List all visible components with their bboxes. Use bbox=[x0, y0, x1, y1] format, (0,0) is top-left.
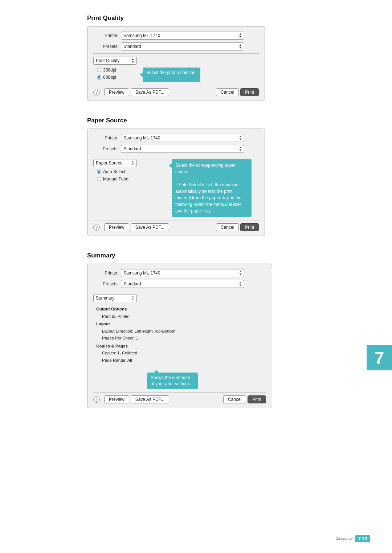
pages-per-sheet-label: Pages Per Sheet: bbox=[102, 336, 135, 340]
help-button-sum[interactable]: ? bbox=[93, 396, 100, 403]
cancel-button-sum[interactable]: Cancel bbox=[223, 395, 246, 403]
presets-value: Standard bbox=[123, 44, 141, 49]
radio-circle-auto bbox=[97, 170, 101, 174]
radio-list-ps: Auto Select Manual Feed bbox=[93, 169, 166, 182]
cancel-button[interactable]: Cancel bbox=[216, 88, 239, 96]
panel-label-ps: Paper Source bbox=[96, 160, 122, 166]
radio-300dpi[interactable]: 300dpi bbox=[97, 68, 137, 73]
divider3 bbox=[93, 291, 266, 291]
page-range-row: Page Range: All bbox=[96, 357, 198, 364]
summary-tooltip: Shows the summary of your print settings… bbox=[147, 373, 198, 389]
summary-content: Output Options Print to: Printer Layout … bbox=[93, 305, 198, 389]
help-button[interactable]: ? bbox=[93, 89, 100, 95]
printer-row: Printer: Samsung ML-1740 ▲▼ bbox=[93, 32, 259, 40]
copies-value: 1, Collated bbox=[117, 351, 137, 355]
footer-appendix: Appendix bbox=[336, 537, 353, 541]
printer-stepper-sum: ▲▼ bbox=[239, 270, 242, 276]
cancel-button-ps[interactable]: Cancel bbox=[216, 223, 239, 231]
print-quality-tooltip: Select the print resolution. bbox=[143, 68, 200, 82]
printer-label-sum: Printer: bbox=[93, 271, 119, 276]
printer-select-sum[interactable]: Samsung ML-1740 ▲▼ bbox=[121, 269, 244, 277]
pages-per-sheet-value: 1 bbox=[136, 336, 138, 340]
chapter-badge: 7 bbox=[367, 345, 392, 370]
presets-select-sum[interactable]: Standard ▲▼ bbox=[121, 280, 244, 288]
printer-label: Printer: bbox=[93, 33, 119, 38]
printer-row-sum: Printer: Samsung ML-1740 ▲▼ bbox=[93, 269, 266, 277]
summary-dialog: Printer: Samsung ML-1740 ▲▼ Presets: Sta… bbox=[87, 264, 272, 408]
radio-circle-300dpi bbox=[97, 68, 101, 72]
printer-stepper: ▲▼ bbox=[239, 33, 242, 38]
copies-pages-title: Copies & Pages bbox=[96, 343, 198, 350]
radio-label-300dpi: 300dpi bbox=[103, 68, 116, 73]
panel-selector-row-sum: Summary ▲▼ bbox=[93, 294, 266, 302]
preview-button-ps[interactable]: Preview bbox=[104, 223, 129, 231]
presets-row-sum: Presets: Standard ▲▼ bbox=[93, 280, 266, 288]
pages-per-sheet-row: Pages Per Sheet: 1 bbox=[96, 335, 198, 342]
paper-source-tooltip: Select the corresponding paper source. I… bbox=[172, 159, 252, 217]
presets-stepper-ps: ▲▼ bbox=[239, 146, 242, 152]
radio-circle-600dpi bbox=[97, 75, 101, 80]
radio-600dpi[interactable]: 600dpi bbox=[97, 75, 137, 80]
radio-auto-select[interactable]: Auto Select bbox=[97, 169, 166, 174]
page-range-value: All bbox=[127, 358, 132, 362]
footer: Appendix 7.13 bbox=[336, 535, 370, 542]
printer-value: Samsung ML-1740 bbox=[123, 33, 160, 38]
save-as-pdf-button[interactable]: Save As PDF... bbox=[131, 88, 169, 96]
printer-value-ps: Samsung ML-1740 bbox=[123, 135, 160, 141]
radio-circle-manual bbox=[97, 177, 101, 181]
panel-label: Print Quality bbox=[96, 58, 119, 63]
summary-section: Summary Printer: Samsung ML-1740 ▲▼ Pres… bbox=[87, 252, 334, 408]
divider1 bbox=[93, 53, 259, 54]
print-to-value: Printer bbox=[118, 314, 130, 318]
printer-stepper-ps: ▲▼ bbox=[239, 135, 242, 141]
summary-content-area: Output Options Print to: Printer Layout … bbox=[93, 305, 266, 389]
presets-stepper-sum: ▲▼ bbox=[239, 281, 242, 287]
panel-selector[interactable]: Print Quality ▲▼ bbox=[93, 57, 137, 65]
presets-select-ps[interactable]: Standard ▲▼ bbox=[121, 145, 244, 153]
paper-source-bottom-bar: ? Preview Save As PDF... Cancel Print bbox=[93, 220, 259, 231]
presets-label: Presets: bbox=[93, 44, 119, 49]
presets-label-sum: Presets: bbox=[93, 281, 119, 286]
page-range-label: Page Range: bbox=[102, 358, 126, 362]
paper-source-section: Paper Source Printer: Samsung ML-1740 ▲▼… bbox=[87, 117, 334, 236]
radio-dot-auto bbox=[98, 171, 100, 173]
print-button-sum[interactable]: Print bbox=[248, 395, 266, 403]
layout-title: Layout bbox=[96, 321, 198, 328]
presets-row-ps: Presets: Standard ▲▼ bbox=[93, 145, 259, 153]
print-quality-section: Print Quality Printer: Samsung ML-1740 ▲… bbox=[87, 15, 334, 101]
help-button-ps[interactable]: ? bbox=[93, 224, 100, 231]
presets-select[interactable]: Standard ▲▼ bbox=[121, 42, 244, 50]
summary-bottom-bar: ? Preview Save As PDF... Cancel Print bbox=[93, 392, 266, 403]
preview-button-sum[interactable]: Preview bbox=[104, 395, 129, 403]
radio-list: 300dpi 600dpi bbox=[93, 68, 137, 82]
print-quality-options-area: 300dpi 600dpi Select the print resolutio… bbox=[93, 68, 259, 82]
panel-selector-row: Print Quality ▲▼ bbox=[93, 57, 259, 65]
presets-label-ps: Presets: bbox=[93, 146, 119, 151]
print-quality-title: Print Quality bbox=[87, 15, 334, 22]
printer-select[interactable]: Samsung ML-1740 ▲▼ bbox=[121, 32, 244, 40]
printer-label-ps: Printer: bbox=[93, 135, 119, 141]
printer-select-ps[interactable]: Samsung ML-1740 ▲▼ bbox=[121, 134, 244, 142]
print-button[interactable]: Print bbox=[240, 88, 259, 96]
radio-label-600dpi: 600dpi bbox=[103, 75, 116, 80]
panel-selector-sum[interactable]: Summary ▲▼ bbox=[93, 294, 137, 302]
panel-stepper-sum: ▲▼ bbox=[131, 295, 134, 301]
print-button-ps[interactable]: Print bbox=[240, 223, 259, 231]
panel-stepper-ps: ▲▼ bbox=[131, 160, 134, 166]
preview-button[interactable]: Preview bbox=[104, 88, 129, 96]
copies-label: Copies: bbox=[102, 351, 116, 355]
save-as-pdf-button-sum[interactable]: Save As PDF... bbox=[131, 395, 169, 403]
paper-source-title: Paper Source bbox=[87, 117, 334, 124]
summary-title: Summary bbox=[87, 252, 334, 259]
printer-value-sum: Samsung ML-1740 bbox=[123, 271, 160, 276]
radio-manual-feed[interactable]: Manual Feed bbox=[97, 176, 166, 182]
save-as-pdf-button-ps[interactable]: Save As PDF... bbox=[131, 223, 169, 231]
presets-row: Presets: Standard ▲▼ bbox=[93, 42, 259, 50]
print-quality-dialog: Printer: Samsung ML-1740 ▲▼ Presets: Sta… bbox=[87, 26, 265, 101]
radio-label-auto: Auto Select bbox=[103, 169, 125, 174]
tooltip-line1: Select the corresponding paper source. bbox=[175, 163, 236, 174]
panel-selector-ps[interactable]: Paper Source ▲▼ bbox=[93, 159, 137, 167]
presets-stepper: ▲▼ bbox=[239, 44, 242, 49]
copies-row: Copies: 1, Collated bbox=[96, 350, 198, 357]
radio-dot-600dpi bbox=[98, 76, 100, 78]
